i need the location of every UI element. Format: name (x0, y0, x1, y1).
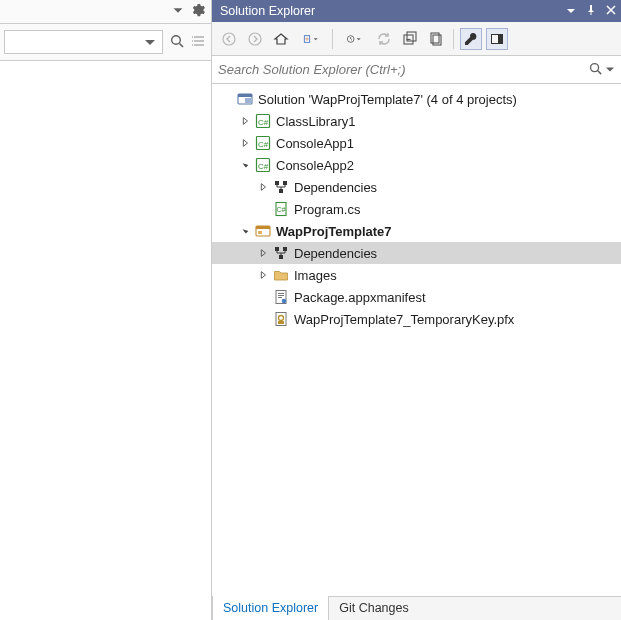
expander-icon (256, 312, 270, 326)
sync-button[interactable] (373, 28, 395, 50)
expander-icon (256, 202, 270, 216)
wap-dependencies[interactable]: Dependencies (212, 242, 621, 264)
expander-icon[interactable] (238, 136, 252, 150)
home-button[interactable] (270, 28, 292, 50)
consoleapp2-dependencies[interactable]: Dependencies (212, 176, 621, 198)
tab-solution-explorer[interactable]: Solution Explorer (212, 596, 329, 620)
svg-rect-35 (278, 293, 284, 294)
tree-item-label: ClassLibrary1 (276, 114, 355, 129)
search-dropdown-icon[interactable] (605, 62, 615, 77)
expander-icon[interactable] (238, 224, 252, 238)
solution-explorer-pane: Solution Explorer Solution 'WapProjTempl… (212, 0, 621, 620)
back-button[interactable] (218, 28, 240, 50)
svg-rect-41 (278, 321, 284, 324)
svg-line-13 (598, 70, 601, 73)
tree-item-label: ConsoleApp2 (276, 158, 354, 173)
panel-title: Solution Explorer (220, 4, 315, 18)
left-combo[interactable] (4, 30, 163, 54)
dropdown-icon[interactable] (171, 3, 185, 20)
gear-icon[interactable] (191, 3, 205, 20)
tree-item-label: Program.cs (294, 202, 360, 217)
tree-item-label: Dependencies (294, 246, 377, 261)
project-consoleapp1[interactable]: C#ConsoleApp1 (212, 132, 621, 154)
tree-item-label: ConsoleApp1 (276, 136, 354, 151)
folder-icon (273, 267, 289, 283)
expander-icon[interactable] (238, 158, 252, 172)
svg-rect-33 (279, 255, 283, 259)
collapse-all-button[interactable] (399, 28, 421, 50)
window-menu-icon[interactable] (565, 4, 577, 19)
wap-icon (255, 223, 271, 239)
file-pfx[interactable]: WapProjTemplate7_TemporaryKey.pfx (212, 308, 621, 330)
expander-icon[interactable] (256, 268, 270, 282)
svg-rect-15 (238, 94, 252, 97)
svg-rect-36 (278, 295, 284, 296)
tab-git-changes[interactable]: Git Changes (329, 597, 418, 620)
svg-text:C#: C# (258, 162, 269, 171)
svg-line-1 (180, 43, 184, 47)
project-classlibrary1[interactable]: C#ClassLibrary1 (212, 110, 621, 132)
tree-item-label: Package.appxmanifest (294, 290, 426, 305)
tree-item-label: Images (294, 268, 337, 283)
folder-images[interactable]: Images (212, 264, 621, 286)
svg-text:C#: C# (258, 118, 269, 127)
left-pane-body (0, 61, 211, 620)
svg-rect-24 (283, 181, 287, 185)
expander-icon[interactable] (256, 246, 270, 260)
expander-icon (220, 92, 234, 106)
left-search-row (0, 24, 211, 61)
svg-rect-11 (492, 35, 498, 43)
tree-item-label: Dependencies (294, 180, 377, 195)
expander-icon[interactable] (256, 180, 270, 194)
deps-icon (273, 245, 289, 261)
tree-item-label: WapProjTemplate7 (276, 224, 392, 239)
csproj-icon: C# (255, 113, 271, 129)
file-appxmanifest[interactable]: Package.appxmanifest (212, 286, 621, 308)
csproj-icon: C# (255, 157, 271, 173)
expander-icon[interactable] (238, 114, 252, 128)
tree-item-label: Solution 'WapProjTemplate7' (4 of 4 proj… (258, 92, 517, 107)
svg-rect-25 (279, 189, 283, 193)
expander-icon (256, 290, 270, 304)
left-tool-pane (0, 0, 212, 620)
left-pane-header (0, 0, 211, 24)
manifest-icon (273, 289, 289, 305)
svg-rect-32 (283, 247, 287, 251)
solution-search-bar (212, 56, 621, 84)
solution-tree[interactable]: Solution 'WapProjTemplate7' (4 of 4 proj… (212, 84, 621, 596)
panel-titlebar: Solution Explorer (212, 0, 621, 22)
project-wapprojtemplate7[interactable]: WapProjTemplate7 (212, 220, 621, 242)
pfx-icon (273, 311, 289, 327)
search-icon[interactable] (588, 61, 603, 79)
svg-rect-37 (278, 297, 282, 298)
svg-rect-31 (275, 247, 279, 251)
svg-rect-23 (275, 181, 279, 185)
file-program-cs[interactable]: C#Program.cs (212, 198, 621, 220)
tree-item-label: WapProjTemplate7_TemporaryKey.pfx (294, 312, 514, 327)
forward-button[interactable] (244, 28, 266, 50)
svg-point-38 (282, 299, 287, 304)
svg-point-2 (223, 33, 235, 45)
svg-rect-29 (256, 226, 270, 229)
show-all-files-button[interactable] (425, 28, 447, 50)
search-icon[interactable] (169, 33, 185, 52)
svg-text:C#: C# (277, 206, 286, 213)
list-icon[interactable] (191, 33, 207, 52)
preview-button[interactable] (486, 28, 508, 50)
solution-search-input[interactable] (218, 62, 588, 77)
bottom-tabs: Solution Explorer Git Changes (212, 596, 621, 620)
project-consoleapp2[interactable]: C#ConsoleApp2 (212, 154, 621, 176)
solution-explorer-toolbar (212, 22, 621, 56)
svg-point-12 (591, 63, 599, 71)
pending-changes-filter-button[interactable] (339, 28, 369, 50)
properties-button[interactable] (460, 28, 482, 50)
solution-node[interactable]: Solution 'WapProjTemplate7' (4 of 4 proj… (212, 88, 621, 110)
close-icon[interactable] (605, 4, 617, 19)
svg-point-3 (249, 33, 261, 45)
svg-point-0 (172, 35, 181, 44)
pin-icon[interactable] (585, 4, 597, 19)
switch-views-button[interactable] (296, 28, 326, 50)
svg-text:C#: C# (258, 140, 269, 149)
svg-rect-16 (245, 98, 251, 103)
svg-rect-4 (304, 35, 309, 42)
